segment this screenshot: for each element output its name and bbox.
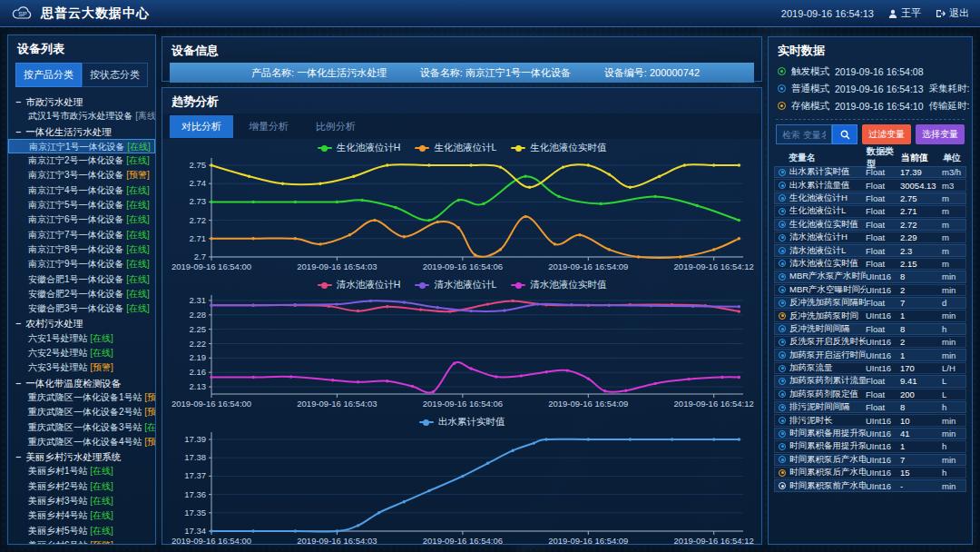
variable-value: 1 [900, 441, 942, 451]
legend-item[interactable]: 清水池液位计H [318, 279, 401, 291]
variable-row[interactable]: 时间累积泵后产水电动阀分UInt167min [774, 454, 966, 466]
variable-row[interactable]: 反冲洗加药泵时间UInt161min [774, 310, 966, 321]
legend-item[interactable]: 生化池液位计L [415, 142, 496, 154]
device-tree-item[interactable]: 六安3号处理站 [预警] [8, 360, 155, 375]
device-tree-item[interactable]: 美丽乡村2号站 [在线] [8, 479, 155, 494]
svg-text:2.31: 2.31 [190, 295, 207, 305]
tab-compare-analysis[interactable]: 对比分析 [170, 115, 233, 138]
device-tree-item[interactable]: 重庆武隆区一体化设备2号站 [预警] [8, 405, 155, 419]
device-tree-item[interactable]: 南京江宁4号一体化设备 [在线] [8, 183, 155, 198]
device-tree-item[interactable]: 重庆武隆区一体化设备3号站 [在线] [8, 420, 155, 435]
tree-group-header[interactable]: −农村污水处理 [8, 316, 155, 330]
variable-row[interactable]: 排污泥时间间隔Float8h [774, 401, 966, 413]
svg-text:2019-09-16 16:54:09: 2019-09-16 16:54:09 [548, 399, 628, 409]
variable-row[interactable]: 时间累积备用提升泵分UInt1641min [774, 428, 966, 439]
variable-name: 时间累积泵后产水电动阀分 [789, 454, 866, 466]
device-tree-item[interactable]: 美丽乡村3号站 [在线] [8, 494, 155, 508]
device-name: 美丽乡村3号站 [28, 496, 90, 506]
tab-ratio-analysis[interactable]: 比例分析 [304, 115, 368, 138]
device-tree-item[interactable]: 南京江宁2号一体化设备 [在线] [8, 153, 155, 168]
variable-row[interactable]: 时间累积泵后产水电动阀时UInt1615h [774, 467, 966, 478]
variable-unit: min [942, 429, 965, 439]
device-tree-item[interactable]: 美丽乡村1号站 [在线] [8, 464, 155, 478]
device-status-tag: [预警] [144, 437, 155, 447]
device-status-tag: [在线] [126, 200, 150, 210]
variable-row[interactable]: MBR产水空曝时间分UInt162min [774, 284, 966, 296]
legend-item[interactable]: 出水累计实时值 [419, 416, 505, 429]
device-tree-item[interactable]: 南京江宁9号一体化设备 [在线] [8, 257, 155, 271]
device-tree-item[interactable]: 南京江宁7号一体化设备 [在线] [8, 228, 155, 242]
device-list-panel: 设备列表 按产品分类 按状态分类 −市政污水处理武汉1号市政污水处理设备 [离线… [7, 34, 156, 545]
tree-group-header[interactable]: −市政污水处理 [8, 94, 155, 109]
tree-group-header[interactable]: −一体化生活污水处理 [8, 124, 155, 139]
variable-row[interactable]: 生化池液位实时值Float2.72m [774, 219, 966, 231]
legend-item[interactable]: 清水池液位计L [415, 279, 496, 291]
device-tree-item[interactable]: 重庆武隆区一体化设备4号站 [预警] [8, 435, 155, 449]
logout-button[interactable]: 退出 [936, 6, 969, 20]
search-input[interactable] [776, 124, 832, 144]
device-tree-item[interactable]: 南京江宁3号一体化设备 [预警] [8, 168, 155, 182]
search-button[interactable] [832, 124, 858, 144]
variable-row[interactable]: 时间累积备用提升泵时UInt161h [774, 440, 966, 452]
device-tree-item[interactable]: 美丽乡村5号站 [在线] [8, 524, 155, 538]
variable-unit: m3/h [942, 167, 965, 177]
device-tree-item[interactable]: 南京江宁1号一体化设备 [在线] [8, 139, 155, 153]
tree-group-header[interactable]: −一体化带温度检测设备 [8, 376, 155, 390]
variable-type: UInt16 [866, 285, 900, 295]
device-tree-item[interactable]: 六安1号处理站 [在线] [8, 331, 155, 346]
variable-name: 清水池液位计L [789, 245, 866, 257]
svg-text:17.38: 17.38 [184, 452, 206, 462]
variable-status-icon [779, 260, 786, 267]
user-name: 王平 [901, 6, 921, 20]
mode-status-icon [778, 102, 786, 110]
device-tree-item[interactable]: 安徽合肥1号一体化设备 [在线] [8, 272, 155, 287]
variable-row[interactable]: 出水累计实时值Float17.39m3/h [774, 166, 966, 178]
device-name: 南京江宁5号一体化设备 [28, 200, 126, 210]
variable-row[interactable]: 生化池液位计HFloat2.75m [774, 192, 966, 204]
user-menu[interactable]: 王平 [888, 6, 921, 20]
variable-row[interactable]: 加药泵开启运行时间UInt161min [774, 349, 966, 360]
device-tree-item[interactable]: 安徽合肥3号一体化设备 [在线] [8, 301, 155, 316]
variable-row[interactable]: 反冲洗加药泵间隔时间Float7d [774, 297, 966, 309]
device-tree-item[interactable]: 南京江宁5号一体化设备 [在线] [8, 198, 155, 212]
select-variables-button[interactable]: 选择变量 [916, 124, 965, 144]
device-tree-item[interactable]: 武汉1号市政污水处理设备 [离线] [8, 109, 155, 123]
device-tree-item[interactable]: 六安2号处理站 [在线] [8, 346, 155, 360]
variable-row[interactable]: 加药泵药剂累计流量Float9.41L [774, 375, 966, 387]
variable-row[interactable]: 加药泵流量UInt16170L/H [774, 362, 966, 374]
mode-extra: 采集耗时: 60 ms [929, 83, 974, 95]
device-info-panel: 设备信息 产品名称: 一体化生活污水处理 设备名称: 南京江宁1号一体化设备 设… [162, 36, 762, 82]
device-tree-item[interactable]: 南京江宁6号一体化设备 [在线] [8, 212, 155, 227]
tree-group-header[interactable]: −美丽乡村污水处理系统 [8, 449, 155, 464]
legend-item[interactable]: 生化池液位实时值 [511, 142, 606, 154]
mode-label: 存储模式 [791, 100, 829, 113]
svg-text:2019-09-16 16:54:06: 2019-09-16 16:54:06 [423, 536, 503, 545]
device-tree-item[interactable]: 安徽合肥2号一体化设备 [在线] [8, 287, 155, 301]
variable-row[interactable]: 时间累积泵前产水电动阀分UInt16-min [774, 479, 966, 491]
device-tree-item[interactable]: 南京江宁8号一体化设备 [在线] [8, 242, 155, 257]
device-name: 南京江宁7号一体化设备 [28, 230, 126, 240]
variable-row[interactable]: 反洗泵开启反洗时长UInt162min [774, 336, 966, 348]
variable-row[interactable]: 清水池液位计LFloat2.3m [774, 244, 966, 256]
filter-variables-button[interactable]: 过滤变量 [862, 124, 911, 144]
device-tree-item[interactable]: 美丽乡村6号站 [预警] [8, 538, 155, 545]
variable-row[interactable]: 清水池液位实时值Float2.15m [774, 258, 966, 270]
variable-row[interactable]: 出水累计流量值Float30054.13m3 [774, 179, 966, 191]
variable-row[interactable]: 生化池液位计LFloat2.71m [774, 205, 966, 217]
tab-by-status[interactable]: 按状态分类 [82, 63, 148, 87]
variable-row[interactable]: 排污泥时长UInt1610min [774, 414, 966, 426]
variable-row[interactable]: 加药泵药剂限定值Float200L [774, 389, 966, 400]
variable-row[interactable]: MBR产水泵产水时间分UInt168min [774, 271, 966, 282]
device-tree-item[interactable]: 美丽乡村4号站 [在线] [8, 508, 155, 523]
variable-row[interactable]: 反冲洗时间间隔Float8h [774, 323, 966, 335]
tab-increment-analysis[interactable]: 增量分析 [237, 115, 300, 138]
legend-item[interactable]: 生化池液位计H [318, 142, 401, 154]
variable-type: Float [866, 389, 900, 399]
device-name: 重庆武隆区一体化设备4号站 [28, 437, 144, 447]
device-name: 南京江宁1号一体化设备 [29, 142, 127, 152]
variable-type: UInt16 [866, 337, 900, 347]
legend-item[interactable]: 清水池液位实时值 [511, 279, 606, 291]
tab-by-product[interactable]: 按产品分类 [15, 63, 82, 87]
variable-row[interactable]: 清水池液位计HFloat2.29m [774, 232, 966, 243]
device-tree-item[interactable]: 重庆武隆区一体化设备1号站 [预警] [8, 390, 155, 405]
